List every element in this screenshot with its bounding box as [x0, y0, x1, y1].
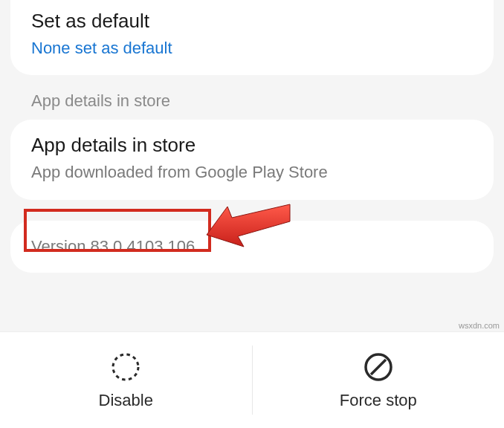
stop-icon: [362, 351, 395, 383]
svg-line-3: [371, 360, 386, 374]
set-as-default-item[interactable]: Set as default None set as default: [10, 0, 494, 75]
disable-button[interactable]: Disable: [0, 332, 252, 428]
section-header-store: App details in store: [0, 75, 504, 120]
app-info-screen: Set as default None set as default App d…: [0, 0, 504, 428]
svg-point-1: [113, 354, 138, 380]
spacer: [0, 200, 504, 221]
app-details-store-item[interactable]: App details in store App downloaded from…: [10, 120, 494, 201]
disable-icon: [109, 351, 142, 383]
set-default-title: Set as default: [31, 9, 473, 34]
disable-label: Disable: [99, 391, 153, 410]
force-stop-label: Force stop: [340, 391, 417, 410]
version-item: Version 83.0.4103.106: [10, 221, 494, 273]
watermark: wsxdn.com: [459, 321, 500, 330]
app-details-subtitle: App downloaded from Google Play Store: [31, 161, 473, 184]
set-default-subtitle: None set as default: [31, 36, 473, 60]
bottom-button-row: Disable Force stop: [0, 331, 504, 428]
version-text: Version 83.0.4103.106: [31, 237, 473, 256]
app-details-title: App details in store: [31, 133, 473, 158]
force-stop-button[interactable]: Force stop: [253, 332, 505, 428]
